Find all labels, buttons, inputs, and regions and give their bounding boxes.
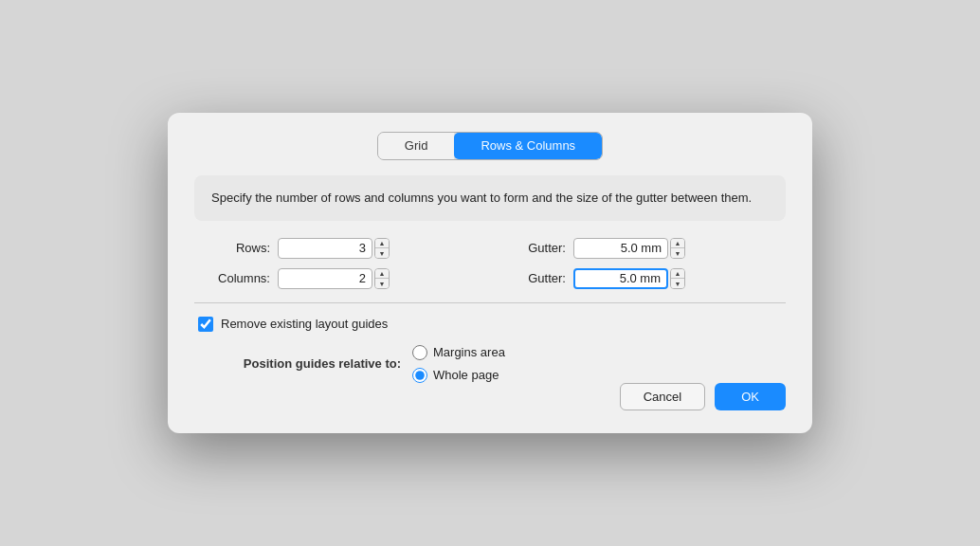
rows-stepper: ▲ ▼ [374, 238, 390, 259]
radio-whole-page-option[interactable]: Whole page [412, 368, 505, 383]
columns-gutter-input[interactable] [573, 268, 668, 289]
radio-group: Margins area Whole page [412, 345, 505, 383]
rows-gutter-input[interactable] [573, 238, 668, 259]
rows-row: Rows: ▲ ▼ [204, 238, 481, 259]
columns-gutter-input-group: ▲ ▼ [573, 268, 685, 289]
columns-gutter-stepper-down[interactable]: ▼ [671, 279, 684, 288]
columns-input-group: ▲ ▼ [278, 268, 390, 289]
rows-input-group: ▲ ▼ [278, 238, 390, 259]
columns-row: Columns: ▲ ▼ [204, 268, 481, 289]
position-guides-row: Position guides relative to: Margins are… [194, 345, 786, 383]
rows-gutter-label: Gutter: [499, 241, 566, 255]
rows-gutter-stepper: ▲ ▼ [670, 238, 685, 259]
tab-grid[interactable]: Grid [378, 133, 455, 159]
divider [194, 302, 786, 303]
radio-whole-page[interactable] [412, 368, 427, 383]
button-row: Cancel OK [194, 383, 786, 410]
columns-label: Columns: [204, 271, 270, 285]
radio-whole-page-label: Whole page [433, 368, 499, 382]
checkbox-row: Remove existing layout guides [198, 317, 786, 332]
rows-stepper-up[interactable]: ▲ [375, 239, 389, 249]
ok-button[interactable]: OK [715, 383, 786, 410]
columns-gutter-stepper-up[interactable]: ▲ [671, 269, 684, 280]
rows-stepper-down[interactable]: ▼ [375, 248, 389, 258]
rows-gutter-row: Gutter: ▲ ▼ [499, 238, 776, 259]
tab-bar: Grid Rows & Columns [194, 132, 786, 160]
position-label: Position guides relative to: [194, 356, 412, 371]
columns-gutter-row: Gutter: ▲ ▼ [499, 268, 776, 289]
columns-gutter-stepper: ▲ ▼ [670, 268, 685, 289]
rows-gutter-stepper-up[interactable]: ▲ [671, 239, 684, 249]
rows-label: Rows: [204, 241, 270, 255]
radio-margins-option[interactable]: Margins area [412, 345, 505, 360]
info-panel: Specify the number of rows and columns y… [194, 175, 786, 221]
cancel-button[interactable]: Cancel [620, 383, 705, 410]
rows-gutter-stepper-down[interactable]: ▼ [671, 248, 684, 258]
columns-stepper-up[interactable]: ▲ [375, 269, 389, 280]
radio-margins[interactable] [412, 345, 427, 360]
rows-gutter-input-group: ▲ ▼ [573, 238, 685, 259]
columns-gutter-label: Gutter: [499, 271, 566, 285]
info-text: Specify the number of rows and columns y… [211, 191, 752, 205]
remove-guides-checkbox[interactable] [198, 317, 213, 332]
columns-stepper: ▲ ▼ [374, 268, 390, 289]
segmented-control: Grid Rows & Columns [377, 132, 603, 160]
form-grid: Rows: ▲ ▼ Gutter: ▲ ▼ Columns: [194, 238, 786, 289]
dialog: Grid Rows & Columns Specify the number o… [168, 113, 812, 433]
tab-rows-columns[interactable]: Rows & Columns [454, 133, 602, 159]
radio-margins-label: Margins area [433, 345, 505, 359]
columns-stepper-down[interactable]: ▼ [375, 279, 389, 288]
rows-input[interactable] [278, 238, 372, 259]
columns-input[interactable] [278, 268, 372, 289]
checkbox-label: Remove existing layout guides [221, 317, 388, 331]
